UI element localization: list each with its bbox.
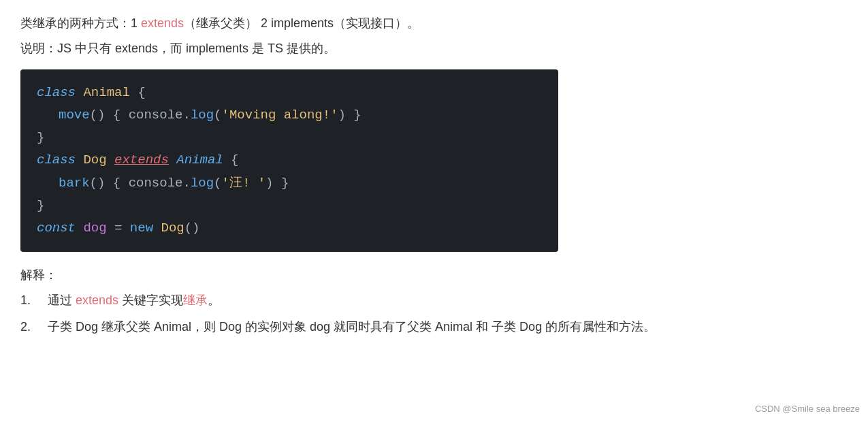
- list-num-2: 2.: [20, 317, 48, 337]
- operator-eq: =: [114, 221, 122, 236]
- item1-suffix: 。: [208, 293, 220, 307]
- paren-dog-constructor: (): [184, 221, 200, 236]
- keyword-const: const: [37, 221, 76, 236]
- intro-line1: 类继承的两种方式：1 extends（继承父类） 2 implements（实现…: [20, 14, 848, 33]
- animal-ref: Animal: [176, 152, 223, 167]
- explanation-section: 解释： 1. 通过 extends 关键字实现继承。 2. 子类 Dog 继承父…: [20, 265, 848, 336]
- brace-dog-close: }: [37, 198, 44, 213]
- code-line-4: class Dog extends Animal {: [37, 149, 542, 172]
- log-1: log: [191, 108, 214, 123]
- brace-bark-open: {: [113, 176, 120, 191]
- keyword-class-1: class: [37, 85, 76, 100]
- paren-log-2: (: [214, 176, 221, 191]
- dog-constructor-ref: Dog: [161, 221, 184, 236]
- class-name-dog: Dog: [83, 152, 106, 167]
- intro-line1-prefix: 类继承的两种方式：1: [20, 16, 141, 30]
- console-ref-2: console: [129, 176, 183, 191]
- paren-log-2-close: ): [266, 176, 273, 191]
- paren-log-1-close: ): [338, 108, 346, 123]
- code-line-2: move() { console.log('Moving along!') }: [37, 104, 542, 127]
- item1-middle: 关键字实现: [118, 293, 183, 307]
- brace-open-1: {: [138, 85, 145, 100]
- item1-prefix: 通过: [48, 293, 76, 307]
- explanation-item-1-text: 通过 extends 关键字实现继承。: [48, 291, 220, 310]
- paren-log-1: (: [214, 108, 221, 123]
- brace-dog-open: {: [231, 152, 238, 167]
- extends-keyword: extends: [114, 152, 169, 167]
- list-num-1: 1.: [20, 291, 48, 310]
- intro-line1-middle: （继承父类） 2 implements（实现接口）。: [184, 16, 419, 30]
- log-2: log: [191, 176, 214, 191]
- intro-line2: 说明：JS 中只有 extends，而 implements 是 TS 提供的。: [20, 39, 848, 59]
- class-name-animal: Animal: [83, 85, 129, 100]
- item1-extends: extends: [76, 293, 118, 307]
- keyword-new: new: [130, 221, 153, 236]
- explanation-item-2-text: 子类 Dog 继承父类 Animal，则 Dog 的实例对象 dog 就同时具有…: [48, 317, 656, 337]
- explanation-item-2: 2. 子类 Dog 继承父类 Animal，则 Dog 的实例对象 dog 就同…: [20, 317, 848, 337]
- watermark: CSDN @Smile sea breeze: [755, 402, 860, 417]
- string-wang: '汪! ': [222, 176, 266, 191]
- dot-2: .: [182, 176, 190, 191]
- intro-extends-keyword: extends: [141, 16, 184, 30]
- code-line-3: }: [37, 127, 542, 149]
- brace-bark-close: }: [281, 176, 289, 191]
- explanation-title: 解释：: [20, 265, 848, 285]
- code-line-5: bark() { console.log('汪! ') }: [37, 172, 542, 195]
- brace-move-open: {: [113, 108, 120, 123]
- code-line-7: const dog = new Dog(): [37, 217, 542, 240]
- keyword-class-2: class: [37, 152, 76, 167]
- brace-move-close: }: [353, 108, 361, 123]
- code-line-6: }: [37, 195, 542, 217]
- method-move: move: [59, 108, 90, 123]
- brace-animal-close: }: [37, 130, 44, 145]
- code-line-1: class Animal {: [37, 82, 542, 104]
- explanation-list: 1. 通过 extends 关键字实现继承。 2. 子类 Dog 继承父类 An…: [20, 291, 848, 337]
- item1-link[interactable]: 继承: [183, 293, 208, 307]
- method-bark: bark: [59, 176, 90, 191]
- paren-bark: (): [90, 176, 106, 191]
- paren-move: (): [90, 108, 106, 123]
- code-block: class Animal { move() { console.log('Mov…: [20, 69, 558, 253]
- explanation-item-1: 1. 通过 extends 关键字实现继承。: [20, 291, 848, 310]
- console-ref-1: console: [129, 108, 183, 123]
- var-dog: dog: [83, 221, 106, 236]
- dot-1: .: [182, 108, 190, 123]
- string-moving: 'Moving along!': [222, 108, 338, 123]
